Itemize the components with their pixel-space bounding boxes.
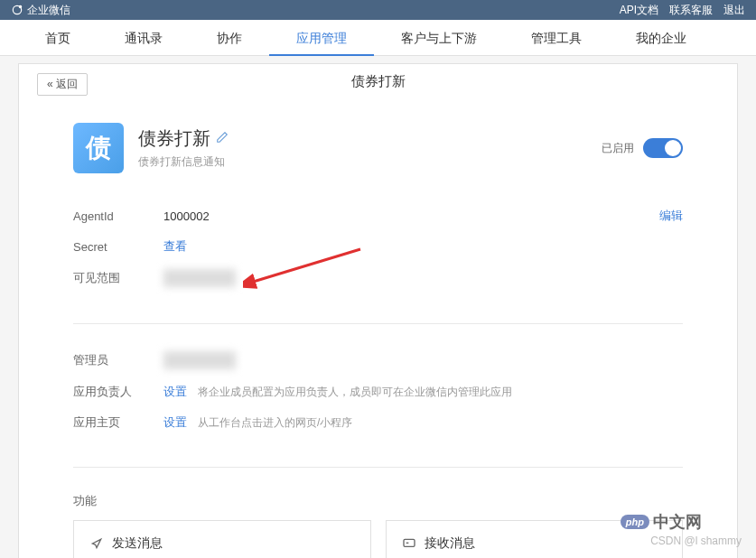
logout-link[interactable]: 退出 bbox=[723, 3, 745, 18]
nav-myorg[interactable]: 我的企业 bbox=[609, 20, 714, 56]
api-doc-link[interactable]: API文档 bbox=[620, 3, 658, 18]
functions-heading: 功能 bbox=[19, 479, 737, 520]
info-section: AgentId 1000002 编辑 Secret 查看 可见范围 bbox=[19, 191, 737, 312]
nav-tools[interactable]: 管理工具 bbox=[504, 20, 609, 56]
main-nav: 首页 通讯录 协作 应用管理 客户与上下游 管理工具 我的企业 bbox=[0, 20, 756, 56]
edit-agentid-link[interactable]: 编辑 bbox=[659, 208, 683, 224]
secret-view-link[interactable]: 查看 bbox=[163, 238, 187, 255]
svg-point-1 bbox=[19, 5, 21, 7]
svg-rect-2 bbox=[404, 539, 415, 546]
scope-label: 可见范围 bbox=[73, 270, 163, 286]
wecom-logo-icon bbox=[11, 4, 23, 16]
divider bbox=[73, 323, 683, 324]
receive-title: 接收消息 bbox=[425, 535, 475, 552]
receive-card: 接收消息 接收用户发送的普通消息以及菜单操作、外部联系人变更回调等事件信息 查看… bbox=[386, 520, 684, 558]
nav-customers[interactable]: 客户与上下游 bbox=[374, 20, 504, 56]
enabled-label: 已启用 bbox=[602, 141, 634, 156]
nav-apps[interactable]: 应用管理 bbox=[269, 20, 374, 56]
admin-label: 管理员 bbox=[73, 352, 163, 368]
send-card: 发送消息 使用管理工具中的 "消息群发" 或API发送消息 发消息 历史消息 bbox=[73, 520, 371, 558]
send-title: 发送消息 bbox=[112, 535, 163, 552]
home-set-link[interactable]: 设置 bbox=[163, 414, 187, 431]
page-title: 债券打新 bbox=[19, 73, 737, 90]
topbar: 企业微信 API文档 联系客服 退出 bbox=[0, 0, 756, 20]
home-hint: 从工作台点击进入的网页/小程序 bbox=[198, 415, 352, 431]
admin-section: 管理员 应用负责人 设置 将企业成员配置为应用负责人，成员即可在企业微信内管理此… bbox=[19, 335, 737, 456]
nav-collab[interactable]: 协作 bbox=[190, 20, 269, 56]
owner-hint: 将企业成员配置为应用负责人，成员即可在企业微信内管理此应用 bbox=[198, 385, 512, 400]
app-desc: 债券打新信息通知 bbox=[138, 154, 229, 170]
scope-value-redacted bbox=[163, 269, 236, 287]
contact-link[interactable]: 联系客服 bbox=[669, 3, 713, 18]
agentid-label: AgentId bbox=[73, 209, 163, 223]
app-icon: 债 bbox=[73, 123, 124, 173]
enable-toggle[interactable] bbox=[643, 138, 683, 158]
content: « 返回 债券打新 债 债券打新 债券打新信息通知 已启用 AgentId 10… bbox=[18, 63, 738, 558]
home-label: 应用主页 bbox=[73, 414, 163, 431]
send-icon bbox=[89, 535, 105, 552]
owner-set-link[interactable]: 设置 bbox=[163, 384, 187, 400]
app-name: 债券打新 bbox=[138, 126, 210, 151]
function-cards: 发送消息 使用管理工具中的 "消息群发" 或API发送消息 发消息 历史消息 接… bbox=[19, 520, 737, 558]
divider bbox=[73, 467, 683, 468]
edit-name-icon[interactable] bbox=[216, 131, 229, 146]
breadcrumb-row: « 返回 债券打新 bbox=[19, 64, 737, 105]
secret-label: Secret bbox=[73, 240, 163, 254]
app-header: 债 债券打新 债券打新信息通知 已启用 bbox=[19, 105, 737, 191]
brand-text: 企业微信 bbox=[27, 3, 70, 18]
admin-value-redacted bbox=[163, 351, 236, 369]
brand: 企业微信 bbox=[11, 3, 70, 18]
receive-icon bbox=[401, 535, 417, 552]
agentid-value: 1000002 bbox=[163, 209, 210, 223]
nav-contacts[interactable]: 通讯录 bbox=[98, 20, 190, 56]
owner-label: 应用负责人 bbox=[73, 384, 163, 400]
topbar-links: API文档 联系客服 退出 bbox=[620, 3, 745, 18]
back-button[interactable]: « 返回 bbox=[37, 73, 88, 96]
nav-home[interactable]: 首页 bbox=[18, 20, 98, 56]
